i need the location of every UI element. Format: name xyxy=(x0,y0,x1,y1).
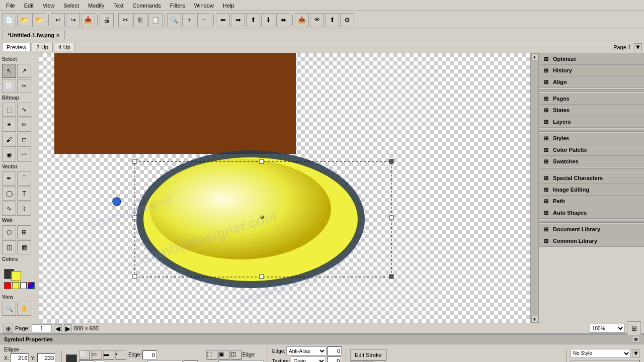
fill-type-btn-1[interactable]: ⬚ xyxy=(206,350,217,359)
style-options-button[interactable]: ▼ xyxy=(632,349,640,357)
fill-type-btn-3[interactable]: ◫ xyxy=(230,350,242,359)
menu-help[interactable]: Help xyxy=(219,2,238,10)
canvas-container[interactable]: istanbuldesigner.com istanbuldesigner is… xyxy=(39,53,530,323)
optimize-button[interactable]: ⚙ xyxy=(340,13,354,27)
quick-export-button[interactable]: ⬆ xyxy=(325,13,339,27)
bezier-tool[interactable]: ⌒ xyxy=(17,171,31,186)
panel-layers[interactable]: ⊞ Layers xyxy=(539,116,644,128)
panel-pages[interactable]: ⊞ Pages xyxy=(539,93,644,105)
align-bottom-button[interactable]: ⬇ xyxy=(261,13,275,27)
edit-stroke-button[interactable]: Edit Stroke xyxy=(350,349,386,360)
panel-color-palette[interactable]: ⊞ Color Palette xyxy=(539,144,644,156)
page-options-button[interactable]: ▼ xyxy=(634,43,642,51)
magic-wand-tool[interactable]: ✦ xyxy=(2,118,16,132)
scroll-track[interactable] xyxy=(531,60,538,316)
preview-tab-2up[interactable]: 2-Up xyxy=(32,43,53,51)
distribute-button[interactable]: ⬌ xyxy=(276,13,290,27)
insert-button[interactable]: 📥 xyxy=(81,13,95,27)
print-button[interactable]: 🖨 xyxy=(100,13,114,27)
eraser-tool[interactable]: ◻ xyxy=(17,133,31,147)
marquee-tool[interactable]: ⬚ xyxy=(2,103,16,117)
stroke-center-btn[interactable]: ▬ xyxy=(103,350,114,359)
fill-edge-amount[interactable] xyxy=(328,346,342,355)
stroke-outside-btn[interactable]: ▪ xyxy=(115,350,126,359)
panel-auto-shapes[interactable]: ⊞ Auto Shapes xyxy=(539,207,644,219)
fill-color-mini[interactable] xyxy=(12,282,19,289)
zoom-out-button[interactable]: − xyxy=(197,13,211,27)
vertical-scrollbar[interactable]: ▲ ▼ xyxy=(530,53,538,323)
align-top-button[interactable]: ⬆ xyxy=(246,13,260,27)
panel-document-library[interactable]: ⊞ Document Library xyxy=(539,224,644,235)
preview-tab-4up[interactable]: 4-Up xyxy=(54,43,75,51)
find-button[interactable]: 🔍 xyxy=(167,13,181,27)
fill-type-btn-2[interactable]: ▣ xyxy=(218,350,229,359)
scroll-down-button[interactable]: ▼ xyxy=(531,316,538,323)
panel-optimize[interactable]: ⊞ Optimize xyxy=(539,53,644,65)
zoom-options-button[interactable]: ⊞ xyxy=(627,321,641,335)
paste-button[interactable]: 📋 xyxy=(148,13,163,27)
menu-select[interactable]: Select xyxy=(59,2,83,10)
blur-tool[interactable]: ◉ xyxy=(2,148,16,162)
zoom-tool[interactable]: 🔍 xyxy=(2,302,16,316)
swap-colors-button[interactable] xyxy=(28,282,35,289)
menu-filters[interactable]: Filters xyxy=(166,2,189,10)
scroll-up-button[interactable]: ▲ xyxy=(531,53,538,60)
stroke-texture-select[interactable]: Dots-large xyxy=(147,360,183,363)
menu-text[interactable]: Text xyxy=(109,2,127,10)
panel-states[interactable]: ⊞ States xyxy=(539,105,644,116)
new-button[interactable]: 📄 xyxy=(2,13,16,27)
menu-file[interactable]: File xyxy=(2,2,19,10)
align-right-button[interactable]: ➡ xyxy=(231,13,245,27)
panel-styles[interactable]: ⊞ Styles xyxy=(539,133,644,144)
crop-tool[interactable]: ✂ xyxy=(17,79,31,93)
style-select[interactable]: No Style xyxy=(571,349,631,358)
fill-texture-select[interactable]: Grain xyxy=(291,356,326,362)
panel-swatches[interactable]: ⊞ Swatches xyxy=(539,156,644,167)
menu-edit[interactable]: Edit xyxy=(20,2,38,10)
panel-history[interactable]: ⊞ History xyxy=(539,65,644,76)
panel-common-library[interactable]: ⊞ Common Library xyxy=(539,235,644,247)
y-input[interactable] xyxy=(37,353,55,362)
next-page-button[interactable]: ▶ xyxy=(64,324,72,332)
smudge-tool[interactable]: 〰 xyxy=(17,148,31,162)
open-recent-button[interactable]: 📂 xyxy=(32,13,46,27)
panel-align[interactable]: ⊞ Align xyxy=(539,76,644,88)
stroke-size-unit-select[interactable]: ▼ xyxy=(95,360,105,363)
stroke-edge-amount[interactable] xyxy=(142,350,156,359)
zoom-in-button[interactable]: + xyxy=(182,13,196,27)
hide-slices-tool[interactable]: ◫ xyxy=(2,240,16,254)
zoom-select[interactable]: 100% 50% 200% xyxy=(590,324,625,333)
fill-edge-select[interactable]: Anti-Alias xyxy=(286,346,327,355)
brush-tool[interactable]: 🖌 xyxy=(2,133,16,147)
freeform-tool[interactable]: ∿ xyxy=(2,202,16,216)
stroke-size-input[interactable] xyxy=(79,360,94,363)
lasso-tool[interactable]: ∿ xyxy=(17,103,31,117)
combine-button[interactable]: Combine xyxy=(571,360,640,363)
show-slices-tool[interactable]: ▦ xyxy=(17,240,31,254)
menu-view[interactable]: View xyxy=(39,2,59,10)
fill-texture-amount[interactable] xyxy=(327,356,341,362)
menu-window[interactable]: Window xyxy=(190,2,218,10)
menu-modify[interactable]: Modify xyxy=(84,2,108,10)
stroke-texture-amount[interactable] xyxy=(184,360,198,363)
stroke-none-btn[interactable]: ⬜ xyxy=(79,350,90,359)
page-number-input[interactable] xyxy=(32,324,52,332)
fit-button[interactable]: ⊕ xyxy=(3,324,13,333)
panel-special-characters[interactable]: ⊞ Special Characters xyxy=(539,172,644,184)
hand-tool[interactable]: ✋ xyxy=(17,302,31,316)
copy-button[interactable]: ⎘ xyxy=(133,13,147,27)
panel-image-editing[interactable]: ⊞ Image Editing xyxy=(539,184,644,196)
subselect-tool[interactable]: ↗ xyxy=(17,64,31,78)
web-dither-swatch[interactable] xyxy=(4,282,11,289)
pen-tool[interactable]: ✒ xyxy=(2,171,16,186)
slice-tool[interactable]: ⊞ xyxy=(17,225,31,239)
undo-button[interactable]: ↩ xyxy=(51,13,65,27)
cut-button[interactable]: ✂ xyxy=(118,13,132,27)
preview-button[interactable]: 👁 xyxy=(310,13,324,27)
export-button[interactable]: 📤 xyxy=(295,13,309,27)
stroke-color-btn[interactable] xyxy=(66,354,77,363)
reset-colors-button[interactable] xyxy=(20,282,27,289)
text-tool[interactable]: T xyxy=(17,187,31,201)
tab-close-button[interactable]: × xyxy=(56,33,59,38)
hotspot-tool[interactable]: ⬡ xyxy=(2,225,16,239)
